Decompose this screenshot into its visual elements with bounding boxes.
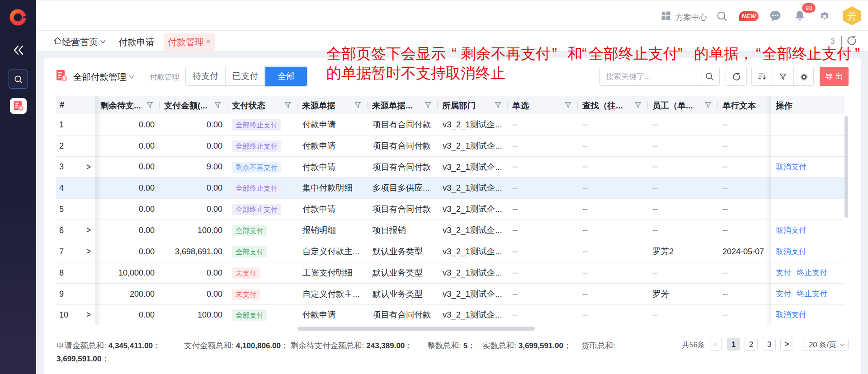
svg-text:¥: ¥ bbox=[63, 76, 66, 81]
svg-text:芳: 芳 bbox=[847, 11, 857, 21]
svg-text:¥: ¥ bbox=[20, 106, 22, 110]
